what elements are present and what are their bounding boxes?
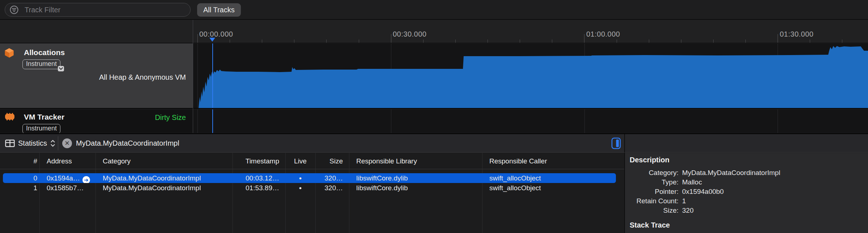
cell-responsible-library: libswiftCore.dylib <box>349 173 482 183</box>
table-row[interactable]: 00x1594a…➔MyData.MyDataCoordinatorImpl00… <box>0 173 624 183</box>
top-toolbar: Track Filter All Tracks <box>0 0 868 20</box>
allocations-graph-lane[interactable] <box>193 43 868 108</box>
ruler-tick <box>810 39 810 43</box>
ruler-time-label: 01:30.000 <box>780 30 813 38</box>
filter-token[interactable]: ✕ MyData.MyDataCoordinatorImpl <box>62 137 179 150</box>
vm-tracker-graph-lane[interactable] <box>193 109 868 133</box>
ruler-tick <box>745 39 746 43</box>
column-divider[interactable] <box>95 153 96 233</box>
column-divider[interactable] <box>285 153 286 233</box>
column-divider[interactable] <box>233 153 233 233</box>
inspector-toggle-icon[interactable] <box>611 137 621 149</box>
cell-responsible-caller: swift_allocObject <box>482 173 624 183</box>
cell-timestamp: 00:03.12… <box>233 173 285 183</box>
table-grid-icon <box>5 140 15 147</box>
column-header-address[interactable]: Address <box>39 153 95 169</box>
cell-timestamp: 01:53.89… <box>233 183 285 193</box>
table-header-row: #AddressCategoryTimestampLiveSizeRespons… <box>0 153 624 169</box>
description-field: Category:MyData.MyDataCoordinatorImpl <box>625 169 864 178</box>
column-header-#[interactable]: # <box>0 153 39 169</box>
field-label: Pointer: <box>625 188 678 197</box>
column-header-live[interactable]: Live <box>285 153 315 169</box>
description-field: Type:Malloc <box>625 178 864 188</box>
ruler-tick <box>262 39 262 43</box>
column-divider[interactable] <box>39 153 40 233</box>
memory-chip-icon <box>4 112 15 121</box>
cell-live: • <box>285 183 315 193</box>
ruler-tick <box>842 39 842 43</box>
field-value: Malloc <box>682 178 702 188</box>
cell-category: MyData.MyDataCoordinatorImpl <box>95 173 233 183</box>
field-label: Retain Count: <box>625 197 678 207</box>
ruler-tick <box>230 39 230 43</box>
ruler-tick <box>584 34 584 43</box>
column-header-responsible-caller[interactable]: Responsible Caller <box>482 153 624 169</box>
cell-#: 1 <box>0 183 39 193</box>
column-header-responsible-library[interactable]: Responsible Library <box>349 153 482 169</box>
ruler-time-label: 00:00.000 <box>199 30 233 38</box>
field-value: MyData.MyDataCoordinatorImpl <box>682 169 780 178</box>
ruler-time-label: 01:00.000 <box>586 30 620 38</box>
track-title: VM Tracker <box>24 113 64 121</box>
ruler-tick <box>391 34 391 43</box>
timeline-gridline <box>197 109 198 133</box>
description-field: Retain Count:1 <box>625 197 864 207</box>
playhead-line[interactable] <box>212 43 213 108</box>
description-field: Pointer:0x1594a00b0 <box>625 188 864 197</box>
description-section-title: Description <box>630 156 669 164</box>
up-down-chevrons-icon <box>50 139 55 147</box>
ruler-tick <box>649 39 649 43</box>
ruler-tick <box>713 39 714 43</box>
lane-label: All Heap & Anonymous VM <box>99 73 186 82</box>
instrument-badge[interactable]: Instrument <box>22 124 60 133</box>
track-filter-input[interactable]: Track Filter <box>5 3 191 17</box>
inspector-toolbar <box>624 134 868 153</box>
column-divider[interactable] <box>315 153 316 233</box>
track-header-divider <box>193 20 193 133</box>
lane-label: Dirty Size <box>155 113 186 122</box>
column-header-category[interactable]: Category <box>95 153 233 169</box>
all-tracks-button[interactable]: All Tracks <box>197 3 241 17</box>
view-mode-select[interactable]: Statistics <box>3 137 58 150</box>
track-allocations: Allocations Instrument All Heap & Anonym… <box>0 43 868 109</box>
field-value: 1 <box>682 197 686 207</box>
remove-token-icon[interactable]: ✕ <box>62 138 72 148</box>
track-vm-tracker: VM Tracker Instrument Dirty Size <box>0 109 868 133</box>
column-header-size[interactable]: Size <box>315 153 349 169</box>
ruler-tick <box>423 39 424 43</box>
allocations-area-chart <box>193 43 868 108</box>
timeline-gridline <box>778 109 778 133</box>
ruler-tick <box>617 39 617 43</box>
chevron-down-icon[interactable] <box>58 66 64 71</box>
ruler-tick <box>294 39 294 43</box>
playhead-marker[interactable] <box>209 38 215 42</box>
column-divider[interactable] <box>349 153 349 233</box>
field-label: Category: <box>625 169 678 178</box>
allocations-track-header[interactable]: Allocations Instrument All Heap & Anonym… <box>0 43 193 108</box>
ruler-tick <box>778 34 778 43</box>
playhead-line[interactable] <box>212 109 213 133</box>
column-header-timestamp[interactable]: Timestamp <box>233 153 285 169</box>
cube-icon <box>4 48 14 58</box>
column-divider[interactable] <box>482 153 482 233</box>
table-row[interactable]: 10x1585b7…MyData.MyDataCoordinatorImpl01… <box>0 183 624 193</box>
ruler-tick <box>455 39 456 43</box>
cell-address: 0x1594a…➔ <box>39 173 95 183</box>
instrument-badge[interactable]: Instrument <box>22 59 60 69</box>
track-title: Allocations <box>24 48 65 57</box>
cell-responsible-caller: swift_allocObject <box>482 183 624 193</box>
vm-tracker-track-header[interactable]: VM Tracker Instrument Dirty Size <box>0 109 193 133</box>
focus-arrow-icon[interactable]: ➔ <box>82 176 90 183</box>
ruler-tick <box>359 39 359 43</box>
ruler-tick <box>520 39 520 43</box>
ruler-tick <box>681 39 681 43</box>
detail-pane: Statistics ✕ MyData.MyDataCoordinatorImp… <box>0 133 868 233</box>
field-value: 320 <box>682 207 694 216</box>
description-field: Size:320 <box>625 207 864 216</box>
cell-size: 320… <box>315 183 349 193</box>
toolbar-divider <box>58 136 58 150</box>
inspector-panel: Description Category:MyData.MyDataCoordi… <box>624 153 868 233</box>
timeline-gridline <box>391 109 391 133</box>
timeline-ruler[interactable]: 00:00.00000:30.00001:00.00001:30.000 <box>0 20 868 43</box>
statistics-table: #AddressCategoryTimestampLiveSizeRespons… <box>0 153 624 233</box>
